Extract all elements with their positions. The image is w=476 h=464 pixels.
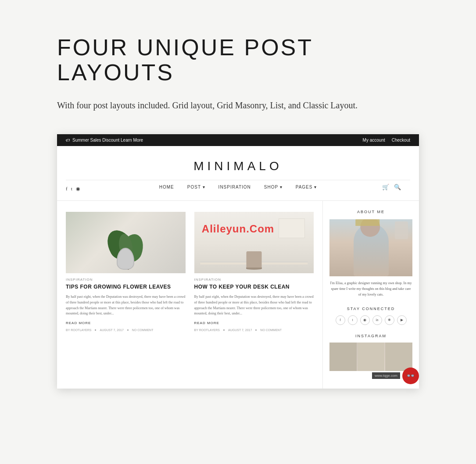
- post-meta-1: BY ROOTLAYERS AUGUST 7, 2017 NO COMMENT: [66, 328, 186, 332]
- sidebar-linkedin-btn[interactable]: in: [372, 315, 382, 325]
- announcement-bar: 🏷 Summer Sales Discount Learn More My ac…: [57, 134, 419, 146]
- sidebar-facebook-btn[interactable]: f: [336, 315, 345, 325]
- post-title-2[interactable]: HOW TO KEEP YOUR DESK CLEAN: [194, 284, 314, 291]
- meta-dot-3: [223, 329, 225, 331]
- social-icons-bar: f t ◉ in ❋ ▶: [329, 315, 412, 325]
- insta-cell-2[interactable]: [358, 343, 385, 371]
- about-title: ABOUT ME: [329, 210, 412, 214]
- sidebar-twitter-btn[interactable]: t: [348, 315, 358, 325]
- my-account-link[interactable]: My account: [363, 138, 385, 143]
- blog-header: f t ◉ MINIMALO HOME POST ▾ INSPIRATION S…: [57, 146, 419, 201]
- post-comment-2: NO COMMENT: [260, 328, 282, 332]
- meta-dot-2: [127, 329, 129, 331]
- post-author-1: BY ROOTLAYERS: [66, 328, 91, 332]
- bottom-watermarks: www.tqge.com 👓: [372, 368, 419, 384]
- post-read-more-1[interactable]: READ MORE: [66, 321, 186, 325]
- nav-inspiration[interactable]: INSPIRATION: [218, 185, 251, 189]
- post-excerpt-2: By half past eight, when the Deputation …: [194, 294, 314, 317]
- post-image-1: [66, 212, 186, 273]
- meta-dot-1: [95, 329, 96, 331]
- main-content: FOUR UNIQUE POST LAYOUTS With four post …: [0, 0, 476, 415]
- desk-illustration: [194, 212, 314, 273]
- post-date-2: AUGUST 7, 2017: [228, 328, 252, 332]
- instagram-section: INSTAGRAM: [329, 334, 412, 371]
- page-heading: FOUR UNIQUE POST LAYOUTS: [57, 35, 419, 85]
- insta-cell-1[interactable]: [329, 343, 357, 371]
- nav-home[interactable]: HOME: [159, 185, 174, 189]
- post-comment-1: NO COMMENT: [132, 328, 154, 332]
- stay-connected-section: STAY CONNECTED f t ◉ in ❋ ▶: [329, 307, 412, 325]
- announcement-right: My account Checkout: [363, 138, 410, 143]
- about-section: ABOUT ME I'm Elisa, a: [329, 210, 412, 297]
- post-excerpt-1: By half past eight, when the Deputation …: [66, 294, 186, 317]
- glasses-logo-icon: 👓: [402, 368, 419, 384]
- nav-pages[interactable]: PAGES ▾: [296, 185, 317, 189]
- browser-mockup-wrapper: 🏷 Summer Sales Discount Learn More My ac…: [57, 134, 419, 388]
- sidebar-instagram-btn[interactable]: ◉: [360, 315, 370, 325]
- meta-dot-4: [255, 329, 257, 331]
- announcement-left: 🏷 Summer Sales Discount Learn More: [66, 138, 143, 143]
- search-icon[interactable]: 🔍: [394, 184, 401, 190]
- post-title-1[interactable]: TIPS FOR GROWING FLOWER LEAVES: [66, 284, 186, 291]
- announcement-text: Summer Sales Discount Learn More: [72, 138, 143, 143]
- post-date-1: AUGUST 7, 2017: [100, 328, 123, 332]
- post-read-more-2[interactable]: READ MORE: [194, 321, 314, 325]
- insta-cell-3[interactable]: [385, 343, 412, 371]
- post-image-2: [194, 212, 314, 273]
- post-category-2: INSPIRATION: [194, 278, 314, 282]
- post-card-2: INSPIRATION HOW TO KEEP YOUR DESK CLEAN …: [194, 212, 314, 332]
- blog-logo[interactable]: MINIMALO: [66, 159, 410, 173]
- instagram-title: INSTAGRAM: [329, 334, 412, 338]
- about-person-illustration: [329, 219, 412, 276]
- nav-post[interactable]: POST ▾: [187, 185, 205, 189]
- post-card-1: INSPIRATION TIPS FOR GROWING FLOWER LEAV…: [66, 212, 186, 332]
- watermark-site-label: www.tqge.com: [372, 372, 400, 379]
- tag-icon: 🏷: [66, 138, 70, 143]
- cart-icon[interactable]: 🛒: [382, 184, 390, 190]
- blog-nav: HOME POST ▾ INSPIRATION SHOP ▾ PAGES ▾ 🛒…: [66, 180, 410, 194]
- sidebar-dribbble-btn[interactable]: ❋: [385, 315, 394, 325]
- about-image: [329, 219, 412, 276]
- post-author-2: BY ROOTLAYERS: [194, 328, 220, 332]
- nav-icons-right: 🛒 🔍: [382, 184, 401, 190]
- blog-posts: INSPIRATION TIPS FOR GROWING FLOWER LEAV…: [57, 201, 322, 388]
- sidebar-youtube-btn[interactable]: ▶: [397, 315, 407, 325]
- nav-shop[interactable]: SHOP ▾: [264, 185, 283, 189]
- plant-illustration: [66, 212, 186, 273]
- post-category-1: INSPIRATION: [66, 278, 186, 282]
- instagram-grid: [329, 343, 412, 371]
- about-description: I'm Elisa, a graphic designer running my…: [329, 281, 412, 297]
- checkout-link[interactable]: Checkout: [392, 138, 410, 143]
- browser-mockup: 🏷 Summer Sales Discount Learn More My ac…: [57, 134, 419, 388]
- blog-sidebar: ABOUT ME I'm Elisa, a: [322, 201, 419, 388]
- page-description: With four post layouts included. Grid la…: [57, 98, 408, 112]
- stay-connected-title: STAY CONNECTED: [329, 307, 412, 311]
- blog-layout: Alileyun.Com: [57, 201, 419, 388]
- post-meta-2: BY ROOTLAYERS AUGUST 7, 2017 NO COMMENT: [194, 328, 314, 332]
